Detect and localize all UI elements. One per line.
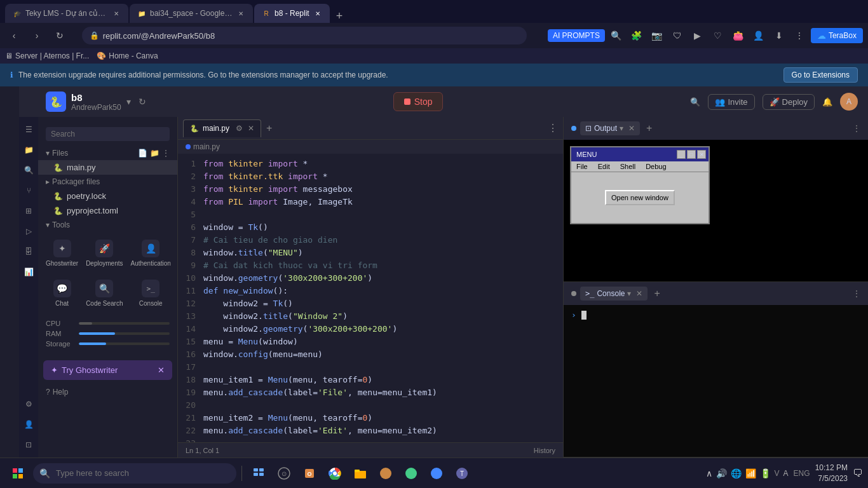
tool-chat[interactable]: 💬 Chat (43, 274, 81, 312)
browser-shield-icon[interactable]: 🛡 (668, 27, 686, 44)
taskbar-search-input[interactable] (33, 463, 236, 484)
output-panel-add-icon[interactable]: + (646, 123, 652, 134)
editor-actions-menu-icon[interactable]: ⋮ (548, 122, 558, 134)
code-area[interactable]: 1 from tkinter import * 2 from tkinter.t… (178, 154, 563, 442)
editor-tab-main-py[interactable]: 🐍 main.py ⚙ ✕ (183, 119, 261, 137)
keyboard-layout-indicator[interactable]: V (775, 469, 780, 478)
clock[interactable]: 10:12 PM 7/5/2023 (815, 463, 848, 484)
terabox-button[interactable]: ☁ TeraBox (811, 28, 863, 43)
bookmark-canva[interactable]: 🎨 Home - Canva (97, 51, 158, 60)
browser-menu-icon[interactable]: ⋮ (790, 27, 808, 44)
tkinter-minimize-icon[interactable]: _ (677, 150, 686, 159)
taskbar-app-teams[interactable]: T (451, 462, 473, 485)
bottom-icon[interactable]: ⊡ (21, 437, 36, 452)
tkinter-menu-file[interactable]: File (571, 161, 593, 172)
files-menu-icon[interactable]: ⋮ (162, 149, 170, 158)
project-dropdown-icon[interactable]: ▾ (126, 97, 131, 107)
tool-code-search[interactable]: 🔍 Code Search (83, 274, 125, 312)
tkinter-maximize-icon[interactable]: □ (687, 150, 696, 159)
go-to-extensions-button[interactable]: Go to Extensions (783, 67, 858, 83)
editor-tab-close-icon[interactable]: ✕ (248, 124, 254, 133)
output-panel-chevron-icon[interactable]: ▾ (620, 124, 623, 133)
taskbar-app-files[interactable] (349, 462, 372, 485)
console-panel-close-icon[interactable]: ✕ (636, 289, 642, 298)
output-panel-tab[interactable]: ⊡ Output ▾ ✕ (580, 121, 640, 135)
nav-reload-button[interactable]: ↻ (51, 27, 69, 44)
browser-heart-icon[interactable]: ♡ (709, 27, 727, 44)
settings-icon[interactable]: ⚙ (21, 396, 36, 412)
help-button[interactable]: ? Help (38, 385, 177, 399)
git-icon[interactable]: ⑂ (21, 183, 36, 198)
console-panel-add-icon[interactable]: + (654, 288, 660, 299)
browser-search-icon[interactable]: 🔍 (607, 27, 625, 44)
new-file-icon[interactable]: 📄 (138, 149, 147, 158)
tkinter-menu-edit[interactable]: Edit (593, 161, 615, 172)
tab-b8[interactable]: R b8 - Replit ✕ (254, 4, 330, 23)
taskbar-app-office[interactable]: O (298, 462, 321, 485)
tools-section-header[interactable]: ▾ Tools (38, 218, 177, 232)
nav-back-button[interactable]: ‹ (5, 27, 23, 44)
speaker-icon[interactable]: 🔊 (716, 468, 727, 478)
network-icon[interactable]: 🌐 (731, 468, 742, 478)
header-search-button[interactable]: 🔍 (690, 97, 700, 107)
try-ghostwriter-button[interactable]: ✦ Try Ghostwriter ✕ (43, 360, 172, 380)
browser-camera-icon[interactable]: 📷 (648, 27, 666, 44)
invite-button[interactable]: 👥 Invite (708, 94, 754, 110)
taskbar-app-red[interactable] (374, 462, 397, 485)
deploy-button[interactable]: 🚀 Deploy (763, 94, 815, 110)
taskbar-app-blue-circle[interactable] (425, 462, 448, 485)
tab-teky[interactable]: 🎓 Teky LMS - Dự án của tôi ✕ (5, 4, 128, 23)
account-icon[interactable]: 👤 (21, 417, 36, 432)
sidebar-toggle-icon[interactable]: ☰ (21, 122, 36, 137)
editor-tab-settings-icon[interactable]: ⚙ (236, 124, 243, 133)
file-item-poetry-lock[interactable]: 🐍 poetry.lock (38, 189, 177, 203)
file-item-pyproject[interactable]: 🐍 pyproject.toml (38, 203, 177, 218)
tool-authentication[interactable]: 👤 Authentication (128, 234, 173, 272)
tab-teky-close[interactable]: ✕ (112, 9, 121, 18)
nav-forward-button[interactable]: › (28, 27, 46, 44)
analytics-icon[interactable]: 📊 (21, 264, 36, 280)
browser-profile-icon[interactable]: 👤 (750, 27, 768, 44)
browser-extension-icon[interactable]: 🧩 (628, 27, 646, 44)
tab-add-button[interactable]: + (331, 10, 348, 23)
search-icon[interactable]: 🔍 (21, 163, 36, 178)
new-folder-icon[interactable]: 📁 (150, 149, 159, 158)
ghostwriter-close-icon[interactable]: ✕ (158, 365, 165, 375)
user-avatar[interactable]: A (840, 93, 858, 111)
tool-ghostwriter[interactable]: ✦ Ghostwriter (43, 234, 81, 272)
chevron-up-icon[interactable]: ∧ (706, 468, 712, 478)
console-content[interactable]: › (564, 305, 868, 457)
battery-icon[interactable]: 🔋 (760, 468, 771, 478)
files-icon[interactable]: 📁 (21, 142, 36, 158)
tool-console[interactable]: >_ Console (128, 274, 173, 312)
tab-bai34[interactable]: 📁 bai34_space - Google Drive ✕ (130, 4, 253, 23)
console-panel-tab[interactable]: >_ Console ▾ ✕ (580, 287, 648, 301)
notification-bell-button[interactable]: 🔔 (822, 97, 832, 107)
browser-wallet-icon[interactable]: 👛 (729, 27, 747, 44)
taskbar-app-task-view[interactable] (247, 462, 270, 485)
console-panel-chevron-icon[interactable]: ▾ (627, 289, 631, 298)
tkinter-close-icon[interactable]: ✕ (697, 150, 706, 159)
taskbar-app-chrome[interactable] (323, 462, 346, 485)
project-settings-icon[interactable]: ↻ (139, 97, 146, 107)
browser-download-icon[interactable]: ⬇ (770, 27, 788, 44)
taskbar-app-green[interactable] (400, 462, 423, 485)
bookmark-server[interactable]: 🖥 Server | Aternos | Fr... (5, 51, 89, 60)
ai-prompts-button[interactable]: AI PROMPTS (548, 29, 605, 42)
url-text[interactable]: replit.com/@AndrewPark50/b8 (103, 31, 215, 41)
tkinter-menu-debug[interactable]: Debug (641, 161, 671, 172)
extensions-icon[interactable]: ⊞ (21, 203, 36, 219)
tab-bai34-close[interactable]: ✕ (236, 9, 245, 18)
search-input[interactable] (46, 127, 170, 141)
wifi-icon[interactable]: 📶 (745, 468, 756, 478)
file-item-main-py[interactable]: 🐍 main.py (38, 160, 177, 175)
tkinter-menu-shell[interactable]: Shell (615, 161, 641, 172)
notification-center-icon[interactable]: 🗨 (853, 468, 863, 479)
database-icon[interactable]: 🗄 (21, 244, 36, 259)
output-panel-menu-icon[interactable]: ⋮ (853, 124, 860, 133)
history-label[interactable]: History (534, 447, 555, 454)
tool-deployments[interactable]: 🚀 Deployments (83, 234, 125, 272)
files-section-header[interactable]: ▾ Files 📄 📁 ⋮ (38, 146, 177, 160)
browser-play-icon[interactable]: ▶ (689, 27, 707, 44)
stop-button[interactable]: Stop (393, 92, 444, 111)
